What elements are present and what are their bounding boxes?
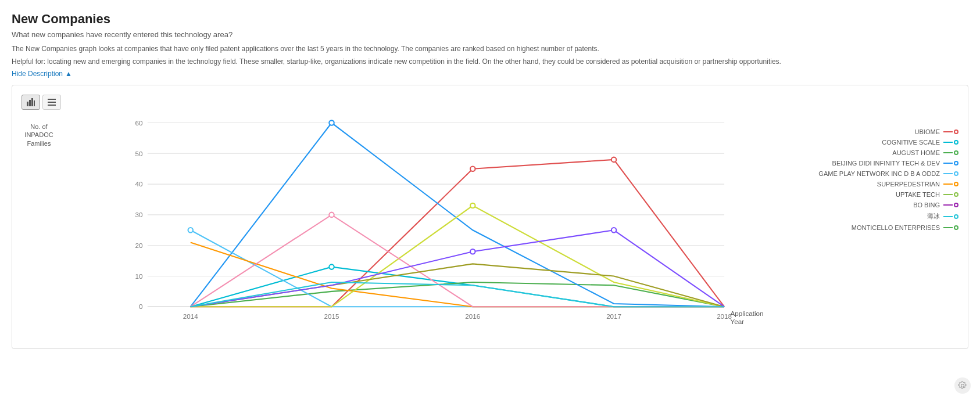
svg-point-33 bbox=[329, 213, 334, 217]
svg-point-34 bbox=[470, 249, 475, 254]
chart-area: No. ofINPADOCFamilies 0 10 20 30 40 50 6… bbox=[22, 117, 958, 339]
svg-rect-3 bbox=[34, 100, 35, 106]
page-subtitle: What new companies have recently entered… bbox=[12, 30, 968, 39]
legend-item-superpedestrian: SUPERPEDESTRIAN bbox=[877, 181, 958, 188]
chart-toolbar bbox=[22, 95, 958, 110]
legend-item-uptake-tech: UPTAKE TECH bbox=[896, 191, 958, 198]
svg-point-29 bbox=[329, 264, 334, 269]
description-line2: Helpful for: locating new and emerging c… bbox=[12, 56, 968, 67]
hide-description-link[interactable]: Hide Description ▲ bbox=[12, 70, 72, 78]
svg-text:10: 10 bbox=[135, 272, 142, 280]
legend-item-beijing-didi: BEIJING DIDI INFINITY TECH & DEV bbox=[832, 160, 958, 167]
page-title: New Companies bbox=[12, 12, 968, 27]
legend-item-bo-bing: BO BING bbox=[913, 202, 958, 208]
legend-label-superpedestrian: SUPERPEDESTRIAN bbox=[877, 181, 940, 188]
legend-item-august-home: AUGUST HOME bbox=[892, 149, 958, 156]
bar-chart-icon bbox=[27, 98, 35, 106]
y-axis-label: No. ofINPADOCFamilies bbox=[22, 117, 56, 147]
svg-rect-0 bbox=[27, 102, 28, 106]
svg-point-32 bbox=[470, 203, 475, 208]
legend-label-cognitive-scale: COGNITIVE SCALE bbox=[882, 139, 940, 146]
chart-inner: 0 10 20 30 40 50 60 2014 2015 2016 2017 … bbox=[56, 117, 809, 339]
svg-rect-5 bbox=[48, 102, 56, 103]
list-view-button[interactable] bbox=[42, 95, 61, 110]
legend-label-bo-bing-chinese: 薄冰 bbox=[927, 212, 940, 221]
main-chart: 0 10 20 30 40 50 60 2014 2015 2016 2017 … bbox=[56, 117, 809, 337]
list-icon bbox=[48, 98, 56, 106]
svg-point-28 bbox=[611, 157, 616, 162]
legend-item-game-play: GAME PLAY NETWORK INC D B A ODDZ bbox=[818, 170, 958, 177]
svg-text:2016: 2016 bbox=[465, 312, 480, 320]
svg-rect-2 bbox=[31, 98, 33, 106]
chevron-up-icon: ▲ bbox=[65, 70, 72, 78]
svg-point-31 bbox=[188, 228, 193, 232]
svg-text:2015: 2015 bbox=[324, 312, 339, 320]
bar-chart-button[interactable] bbox=[22, 95, 40, 110]
svg-text:50: 50 bbox=[135, 150, 142, 157]
legend-label-bo-bing: BO BING bbox=[913, 202, 940, 208]
svg-text:2018: 2018 bbox=[717, 312, 732, 320]
svg-text:Application: Application bbox=[731, 310, 764, 317]
chart-legend: UBIOME COGNITIVE SCALE AUGUST HOME bbox=[818, 117, 958, 231]
svg-rect-1 bbox=[29, 100, 31, 106]
svg-rect-6 bbox=[48, 105, 56, 106]
svg-text:2017: 2017 bbox=[606, 312, 621, 320]
svg-point-35 bbox=[611, 228, 616, 232]
legend-label-ubiome: UBIOME bbox=[915, 128, 940, 135]
legend-item-ubiome: UBIOME bbox=[915, 128, 958, 135]
svg-text:60: 60 bbox=[135, 119, 142, 127]
legend-label-beijing-didi: BEIJING DIDI INFINITY TECH & DEV bbox=[832, 160, 940, 167]
chart-container: No. ofINPADOCFamilies 0 10 20 30 40 50 6… bbox=[12, 85, 968, 349]
hide-description-label: Hide Description bbox=[12, 70, 63, 78]
legend-label-august-home: AUGUST HOME bbox=[892, 149, 940, 156]
legend-label-game-play: GAME PLAY NETWORK INC D B A ODDZ bbox=[818, 170, 940, 177]
svg-text:40: 40 bbox=[135, 180, 142, 188]
svg-text:30: 30 bbox=[135, 211, 142, 218]
svg-text:Year: Year bbox=[731, 318, 745, 325]
svg-text:20: 20 bbox=[135, 242, 142, 249]
description-line1: The New Companies graph looks at compani… bbox=[12, 44, 968, 54]
legend-label-uptake-tech: UPTAKE TECH bbox=[896, 191, 940, 198]
svg-rect-4 bbox=[48, 99, 56, 100]
legend-item-cognitive-scale: COGNITIVE SCALE bbox=[882, 139, 958, 146]
legend-label-monticello: MONTICELLO ENTERPRISES bbox=[852, 224, 940, 231]
svg-text:2014: 2014 bbox=[183, 312, 198, 320]
legend-item-bo-bing-chinese: 薄冰 bbox=[927, 212, 958, 221]
svg-point-27 bbox=[470, 167, 475, 171]
svg-point-30 bbox=[329, 120, 334, 125]
svg-text:0: 0 bbox=[139, 303, 142, 310]
legend-item-monticello: MONTICELLO ENTERPRISES bbox=[852, 224, 958, 231]
